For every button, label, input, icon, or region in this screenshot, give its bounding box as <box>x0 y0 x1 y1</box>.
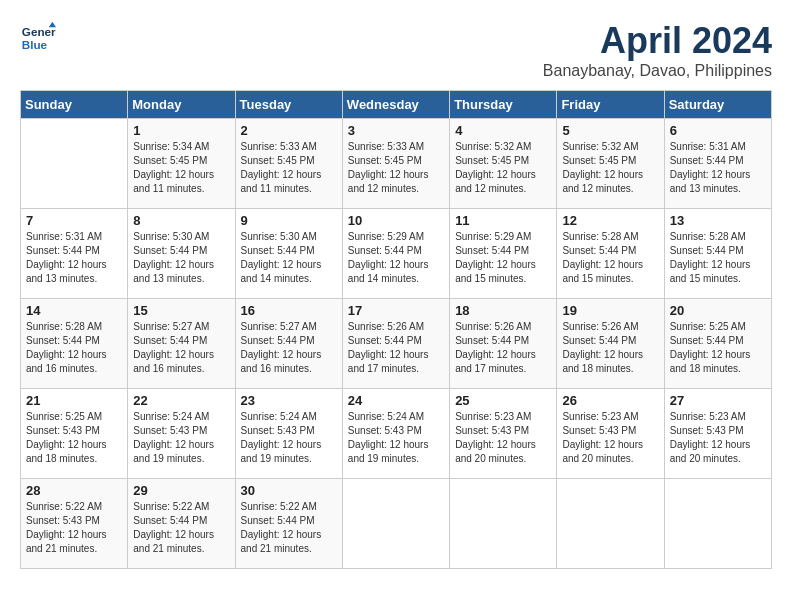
day-info: Sunrise: 5:22 AM Sunset: 5:44 PM Dayligh… <box>241 500 337 556</box>
calendar-cell: 9Sunrise: 5:30 AM Sunset: 5:44 PM Daylig… <box>235 209 342 299</box>
calendar-week-row: 14Sunrise: 5:28 AM Sunset: 5:44 PM Dayli… <box>21 299 772 389</box>
calendar-cell: 23Sunrise: 5:24 AM Sunset: 5:43 PM Dayli… <box>235 389 342 479</box>
logo-icon: General Blue <box>20 20 56 56</box>
calendar-cell <box>450 479 557 569</box>
day-info: Sunrise: 5:30 AM Sunset: 5:44 PM Dayligh… <box>241 230 337 286</box>
title-block: April 2024 Banaybanay, Davao, Philippine… <box>543 20 772 80</box>
day-number: 10 <box>348 213 444 228</box>
day-number: 17 <box>348 303 444 318</box>
calendar-cell: 21Sunrise: 5:25 AM Sunset: 5:43 PM Dayli… <box>21 389 128 479</box>
calendar-cell: 18Sunrise: 5:26 AM Sunset: 5:44 PM Dayli… <box>450 299 557 389</box>
calendar-body: 1Sunrise: 5:34 AM Sunset: 5:45 PM Daylig… <box>21 119 772 569</box>
day-info: Sunrise: 5:28 AM Sunset: 5:44 PM Dayligh… <box>562 230 658 286</box>
day-info: Sunrise: 5:33 AM Sunset: 5:45 PM Dayligh… <box>348 140 444 196</box>
logo: General Blue <box>20 20 56 56</box>
weekday-header: Friday <box>557 91 664 119</box>
calendar-cell <box>664 479 771 569</box>
calendar-cell: 19Sunrise: 5:26 AM Sunset: 5:44 PM Dayli… <box>557 299 664 389</box>
calendar-cell <box>342 479 449 569</box>
day-info: Sunrise: 5:33 AM Sunset: 5:45 PM Dayligh… <box>241 140 337 196</box>
day-number: 28 <box>26 483 122 498</box>
day-number: 4 <box>455 123 551 138</box>
weekday-header: Wednesday <box>342 91 449 119</box>
weekday-header: Tuesday <box>235 91 342 119</box>
calendar-cell <box>557 479 664 569</box>
calendar-cell: 17Sunrise: 5:26 AM Sunset: 5:44 PM Dayli… <box>342 299 449 389</box>
location-subtitle: Banaybanay, Davao, Philippines <box>543 62 772 80</box>
weekday-header: Thursday <box>450 91 557 119</box>
calendar-cell: 3Sunrise: 5:33 AM Sunset: 5:45 PM Daylig… <box>342 119 449 209</box>
weekday-header: Sunday <box>21 91 128 119</box>
day-info: Sunrise: 5:26 AM Sunset: 5:44 PM Dayligh… <box>455 320 551 376</box>
day-number: 19 <box>562 303 658 318</box>
day-number: 1 <box>133 123 229 138</box>
calendar-cell: 25Sunrise: 5:23 AM Sunset: 5:43 PM Dayli… <box>450 389 557 479</box>
day-number: 16 <box>241 303 337 318</box>
day-info: Sunrise: 5:28 AM Sunset: 5:44 PM Dayligh… <box>26 320 122 376</box>
day-info: Sunrise: 5:22 AM Sunset: 5:43 PM Dayligh… <box>26 500 122 556</box>
calendar-cell: 28Sunrise: 5:22 AM Sunset: 5:43 PM Dayli… <box>21 479 128 569</box>
calendar-cell: 1Sunrise: 5:34 AM Sunset: 5:45 PM Daylig… <box>128 119 235 209</box>
day-info: Sunrise: 5:31 AM Sunset: 5:44 PM Dayligh… <box>670 140 766 196</box>
day-number: 15 <box>133 303 229 318</box>
calendar-cell: 7Sunrise: 5:31 AM Sunset: 5:44 PM Daylig… <box>21 209 128 299</box>
month-title: April 2024 <box>543 20 772 62</box>
calendar-cell <box>21 119 128 209</box>
day-info: Sunrise: 5:29 AM Sunset: 5:44 PM Dayligh… <box>348 230 444 286</box>
day-number: 27 <box>670 393 766 408</box>
calendar-cell: 13Sunrise: 5:28 AM Sunset: 5:44 PM Dayli… <box>664 209 771 299</box>
day-number: 18 <box>455 303 551 318</box>
day-number: 29 <box>133 483 229 498</box>
day-info: Sunrise: 5:34 AM Sunset: 5:45 PM Dayligh… <box>133 140 229 196</box>
calendar-cell: 10Sunrise: 5:29 AM Sunset: 5:44 PM Dayli… <box>342 209 449 299</box>
day-number: 23 <box>241 393 337 408</box>
calendar-cell: 16Sunrise: 5:27 AM Sunset: 5:44 PM Dayli… <box>235 299 342 389</box>
page-header: General Blue April 2024 Banaybanay, Dava… <box>20 20 772 80</box>
day-info: Sunrise: 5:25 AM Sunset: 5:43 PM Dayligh… <box>26 410 122 466</box>
calendar-cell: 6Sunrise: 5:31 AM Sunset: 5:44 PM Daylig… <box>664 119 771 209</box>
day-info: Sunrise: 5:24 AM Sunset: 5:43 PM Dayligh… <box>348 410 444 466</box>
calendar-week-row: 7Sunrise: 5:31 AM Sunset: 5:44 PM Daylig… <box>21 209 772 299</box>
calendar-week-row: 1Sunrise: 5:34 AM Sunset: 5:45 PM Daylig… <box>21 119 772 209</box>
day-number: 20 <box>670 303 766 318</box>
day-number: 22 <box>133 393 229 408</box>
calendar-cell: 5Sunrise: 5:32 AM Sunset: 5:45 PM Daylig… <box>557 119 664 209</box>
calendar-header-row: SundayMondayTuesdayWednesdayThursdayFrid… <box>21 91 772 119</box>
day-number: 6 <box>670 123 766 138</box>
day-info: Sunrise: 5:24 AM Sunset: 5:43 PM Dayligh… <box>133 410 229 466</box>
calendar-cell: 20Sunrise: 5:25 AM Sunset: 5:44 PM Dayli… <box>664 299 771 389</box>
day-info: Sunrise: 5:28 AM Sunset: 5:44 PM Dayligh… <box>670 230 766 286</box>
calendar-cell: 8Sunrise: 5:30 AM Sunset: 5:44 PM Daylig… <box>128 209 235 299</box>
calendar-cell: 4Sunrise: 5:32 AM Sunset: 5:45 PM Daylig… <box>450 119 557 209</box>
day-info: Sunrise: 5:31 AM Sunset: 5:44 PM Dayligh… <box>26 230 122 286</box>
day-number: 5 <box>562 123 658 138</box>
day-number: 26 <box>562 393 658 408</box>
day-number: 25 <box>455 393 551 408</box>
svg-text:Blue: Blue <box>22 38 48 51</box>
day-info: Sunrise: 5:27 AM Sunset: 5:44 PM Dayligh… <box>241 320 337 376</box>
day-number: 14 <box>26 303 122 318</box>
calendar-cell: 15Sunrise: 5:27 AM Sunset: 5:44 PM Dayli… <box>128 299 235 389</box>
day-info: Sunrise: 5:24 AM Sunset: 5:43 PM Dayligh… <box>241 410 337 466</box>
calendar-cell: 14Sunrise: 5:28 AM Sunset: 5:44 PM Dayli… <box>21 299 128 389</box>
day-number: 30 <box>241 483 337 498</box>
calendar-cell: 27Sunrise: 5:23 AM Sunset: 5:43 PM Dayli… <box>664 389 771 479</box>
day-info: Sunrise: 5:32 AM Sunset: 5:45 PM Dayligh… <box>562 140 658 196</box>
day-number: 9 <box>241 213 337 228</box>
day-info: Sunrise: 5:23 AM Sunset: 5:43 PM Dayligh… <box>562 410 658 466</box>
day-number: 12 <box>562 213 658 228</box>
day-number: 21 <box>26 393 122 408</box>
day-number: 11 <box>455 213 551 228</box>
day-info: Sunrise: 5:26 AM Sunset: 5:44 PM Dayligh… <box>348 320 444 376</box>
weekday-header: Saturday <box>664 91 771 119</box>
day-info: Sunrise: 5:23 AM Sunset: 5:43 PM Dayligh… <box>455 410 551 466</box>
calendar-cell: 11Sunrise: 5:29 AM Sunset: 5:44 PM Dayli… <box>450 209 557 299</box>
day-info: Sunrise: 5:27 AM Sunset: 5:44 PM Dayligh… <box>133 320 229 376</box>
calendar-week-row: 28Sunrise: 5:22 AM Sunset: 5:43 PM Dayli… <box>21 479 772 569</box>
day-info: Sunrise: 5:29 AM Sunset: 5:44 PM Dayligh… <box>455 230 551 286</box>
day-number: 13 <box>670 213 766 228</box>
calendar-cell: 26Sunrise: 5:23 AM Sunset: 5:43 PM Dayli… <box>557 389 664 479</box>
calendar-cell: 2Sunrise: 5:33 AM Sunset: 5:45 PM Daylig… <box>235 119 342 209</box>
calendar-cell: 22Sunrise: 5:24 AM Sunset: 5:43 PM Dayli… <box>128 389 235 479</box>
day-info: Sunrise: 5:25 AM Sunset: 5:44 PM Dayligh… <box>670 320 766 376</box>
